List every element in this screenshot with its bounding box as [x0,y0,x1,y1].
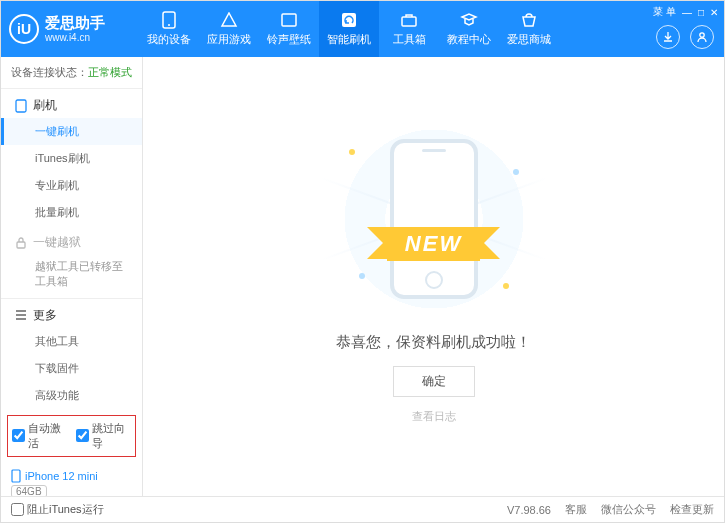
nav-label: 应用游戏 [207,32,251,47]
sidebar-item-advanced[interactable]: 高级功能 [1,382,142,409]
list-icon [15,310,27,320]
svg-rect-7 [17,242,25,248]
download-button[interactable] [656,25,680,49]
success-message: 恭喜您，保资料刷机成功啦！ [336,333,531,352]
menu-label[interactable]: 菜 单 [653,5,676,19]
nav-ringtones[interactable]: 铃声壁纸 [259,1,319,57]
lock-icon [15,237,27,249]
tutorial-icon [459,11,479,29]
nav-flash[interactable]: 智能刷机 [319,1,379,57]
section-jailbreak: 一键越狱 [1,226,142,255]
nav-label: 教程中心 [447,32,491,47]
checkbox-skip-guide[interactable]: 跳过向导 [76,421,132,451]
section-more[interactable]: 更多 [1,299,142,328]
sidebar-item-oneclick-flash[interactable]: 一键刷机 [1,118,142,145]
status-value: 正常模式 [88,66,132,78]
section-flash[interactable]: 刷机 [1,89,142,118]
support-link[interactable]: 客服 [565,502,587,517]
window-controls: 菜 单 — □ ✕ [653,5,718,19]
nav-label: 我的设备 [147,32,191,47]
version-label: V7.98.66 [507,504,551,516]
update-link[interactable]: 检查更新 [670,502,714,517]
nav-label: 智能刷机 [327,32,371,47]
success-illustration: NEW [319,129,549,309]
svg-rect-6 [16,100,26,112]
logo-icon: iU [9,14,39,44]
new-ribbon: NEW [387,227,480,261]
nav-label: 爱思商城 [507,32,551,47]
toolbox-icon [399,11,419,29]
svg-rect-3 [342,13,356,27]
sidebar: 设备连接状态：正常模式 刷机 一键刷机 iTunes刷机 专业刷机 批量刷机 一… [1,57,143,496]
status-label: 设备连接状态： [11,66,88,78]
jailbreak-note: 越狱工具已转移至工具箱 [1,255,142,299]
nav-label: 铃声壁纸 [267,32,311,47]
sidebar-item-other-tools[interactable]: 其他工具 [1,328,142,355]
footer: 阻止iTunes运行 V7.98.66 客服 微信公众号 检查更新 [1,496,724,522]
device-storage: 64GB [11,485,47,496]
chk-label: 阻止iTunes运行 [27,502,104,517]
sidebar-item-pro-flash[interactable]: 专业刷机 [1,172,142,199]
connection-status: 设备连接状态：正常模式 [1,57,142,89]
apps-icon [219,11,239,29]
wechat-link[interactable]: 微信公众号 [601,502,656,517]
ok-button[interactable]: 确定 [393,366,475,397]
view-log-link[interactable]: 查看日志 [412,409,456,424]
nav-label: 工具箱 [393,32,426,47]
nav-apps[interactable]: 应用游戏 [199,1,259,57]
section-title: 一键越狱 [33,234,81,251]
svg-point-5 [700,33,704,37]
svg-rect-2 [282,14,296,26]
app-title: 爱思助手 [45,15,105,32]
device-info[interactable]: iPhone 12 mini 64GB Down-12mini-13,1 [1,463,142,496]
sidebar-item-batch-flash[interactable]: 批量刷机 [1,199,142,226]
nav-store[interactable]: 爱思商城 [499,1,559,57]
app-window: iU 爱思助手 www.i4.cn 我的设备 应用游戏 铃声壁纸 智能刷机 [0,0,725,523]
checkbox-auto-activate[interactable]: 自动激活 [12,421,68,451]
main-panel: NEW 恭喜您，保资料刷机成功啦！ 确定 查看日志 [143,57,724,496]
app-subtitle: www.i4.cn [45,32,105,43]
svg-point-1 [168,24,170,26]
top-nav: 我的设备 应用游戏 铃声壁纸 智能刷机 工具箱 教程中心 [139,1,559,57]
flash-icon [339,11,359,29]
nav-toolbox[interactable]: 工具箱 [379,1,439,57]
chk-label: 跳过向导 [92,421,132,451]
sidebar-item-itunes-flash[interactable]: iTunes刷机 [1,145,142,172]
chk-label: 自动激活 [28,421,68,451]
options-highlighted: 自动激活 跳过向导 [7,415,136,457]
nav-tutorials[interactable]: 教程中心 [439,1,499,57]
section-title: 更多 [33,307,57,324]
maximize-icon[interactable]: □ [698,7,704,18]
user-button[interactable] [690,25,714,49]
minimize-icon[interactable]: — [682,7,692,18]
svg-rect-8 [12,470,20,482]
phone-illustration-icon [390,139,478,299]
svg-rect-4 [402,17,416,26]
phone-tiny-icon [11,469,21,483]
device-name: iPhone 12 mini [11,469,132,483]
close-icon[interactable]: ✕ [710,7,718,18]
section-title: 刷机 [33,97,57,114]
checkbox-block-itunes[interactable]: 阻止iTunes运行 [11,502,104,517]
phone-small-icon [15,99,27,113]
body: 设备连接状态：正常模式 刷机 一键刷机 iTunes刷机 专业刷机 批量刷机 一… [1,57,724,496]
logo: iU 爱思助手 www.i4.cn [9,14,139,44]
nav-my-device[interactable]: 我的设备 [139,1,199,57]
sidebar-item-download-fw[interactable]: 下载固件 [1,355,142,382]
phone-icon [159,11,179,29]
wallpaper-icon [279,11,299,29]
header: iU 爱思助手 www.i4.cn 我的设备 应用游戏 铃声壁纸 智能刷机 [1,1,724,57]
store-icon [519,11,539,29]
